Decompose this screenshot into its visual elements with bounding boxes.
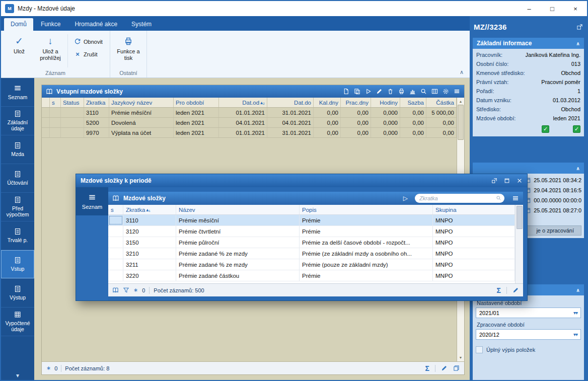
- ribbon-group-zaznam: ✓ Ulož ↓ Ulož a prohlížej: [1, 31, 110, 78]
- sidebar-item-trvale-p[interactable]: Trvalé p.: [1, 221, 34, 250]
- ribbon-group-ostatni: Funkce a tisk Ostatní: [110, 31, 147, 78]
- scroll-up-icon[interactable]: ▲: [458, 98, 464, 105]
- float-window-icon[interactable]: [491, 178, 497, 184]
- col-prac-dny[interactable]: Prac.dny: [341, 98, 371, 107]
- col-selector[interactable]: [42, 98, 50, 107]
- panel-status-bar: ∗ 0 Počet záznamů: 8 Σ: [42, 361, 464, 374]
- play-icon[interactable]: ▷: [403, 195, 408, 202]
- save-and-browse-button[interactable]: ↓ Ulož a prohlížej: [35, 32, 65, 69]
- sidebar-item-mzda[interactable]: Mzda: [1, 135, 34, 164]
- sidebar-more-icon[interactable]: ▾: [1, 371, 34, 380]
- cancel-button[interactable]: × Zrušit: [74, 50, 103, 58]
- filter-icon[interactable]: [123, 287, 129, 293]
- basic-info-header[interactable]: Základní informace ∧: [473, 38, 584, 49]
- sidebar-item-uctovani[interactable]: Účtování: [1, 164, 34, 193]
- dialog-table-header: s Zkratka ▴₁ Název Popis Skupina: [108, 205, 515, 215]
- sidebar-item-pred-vypoctem[interactable]: Před výpočtem: [1, 193, 34, 221]
- scroll-down-icon[interactable]: ▼: [458, 354, 464, 361]
- print-icon[interactable]: [398, 88, 405, 95]
- sum-icon[interactable]: Σ: [497, 286, 501, 294]
- copy-record-icon[interactable]: [354, 88, 360, 95]
- search-icon[interactable]: [496, 195, 501, 201]
- sidebar-item-vypoctene-udaje[interactable]: Vypočtené údaje: [1, 308, 34, 336]
- ribbon-collapse-icon[interactable]: ∧: [460, 69, 464, 75]
- chart-icon[interactable]: [409, 88, 416, 95]
- dialog-title: Mzdové složky k periodě: [81, 177, 152, 184]
- dialog-table-row[interactable]: 3150 Prémie půlroční Prémie za delší čas…: [108, 237, 515, 248]
- refresh-button[interactable]: Obnovit: [74, 38, 103, 45]
- scrollbar-thumb[interactable]: [517, 206, 523, 229]
- col-castka[interactable]: Částka: [426, 98, 457, 107]
- scrollbar-thumb[interactable]: [458, 105, 464, 140]
- sidebar-item-zakladni-udaje[interactable]: Základní údaje: [1, 107, 34, 135]
- save-button[interactable]: ✓ Ulož: [4, 32, 34, 69]
- col-dat-od[interactable]: Dat.od ▴₂: [219, 98, 267, 107]
- col-kal-dny[interactable]: Kal.dny: [314, 98, 341, 107]
- col-skupina[interactable]: Skupina: [433, 205, 515, 214]
- table-row[interactable]: 5200 Dovolená leden 2021 04.01.2021 04.0…: [42, 118, 457, 128]
- set-period-select[interactable]: 2021/01 ▾▾: [476, 308, 581, 318]
- search-input[interactable]: [415, 194, 504, 203]
- col-s[interactable]: s: [50, 98, 61, 107]
- tab-domu[interactable]: Domů: [4, 18, 33, 31]
- book-icon[interactable]: [112, 287, 119, 293]
- status-checkbox[interactable]: ✓: [542, 125, 549, 133]
- search-box: [415, 194, 504, 203]
- col-popis[interactable]: Popis: [300, 205, 433, 214]
- sum-icon[interactable]: Σ: [425, 364, 429, 372]
- dialog-sidebar-item-seznam[interactable]: Seznam: [76, 187, 108, 215]
- open-external-icon[interactable]: [576, 24, 583, 30]
- dialog-table-row[interactable]: 3211 Prémie zadané % ze mzdy Prémie (pou…: [108, 259, 515, 270]
- menu-icon[interactable]: [454, 88, 460, 95]
- col-zkratka[interactable]: Zkratka ▴₁: [123, 205, 176, 214]
- tab-system[interactable]: Systém: [125, 18, 158, 31]
- close-button[interactable]: ×: [564, 1, 587, 16]
- table-row[interactable]: 9970 Výplata na účet leden 2021 01.01.20…: [42, 128, 457, 138]
- sidebar-item-vystup[interactable]: Výstup: [1, 279, 34, 308]
- close-icon[interactable]: [517, 178, 523, 184]
- edit-pencil-icon[interactable]: [512, 287, 519, 293]
- maximize-button[interactable]: □: [541, 1, 564, 16]
- col-nazev[interactable]: Název: [176, 205, 300, 214]
- tab-hromadne-akce[interactable]: Hromadné akce: [68, 18, 124, 31]
- dialog-table-row[interactable]: 3210 Prémie zadané % ze mzdy Prémie (ze …: [108, 248, 515, 259]
- refresh-icon: [74, 38, 81, 45]
- col-dat-do[interactable]: Dat.do: [267, 98, 314, 107]
- sidebar-item-seznam[interactable]: Seznam: [1, 78, 34, 107]
- save-label: Ulož: [14, 48, 25, 55]
- edit-icon[interactable]: [376, 88, 383, 95]
- col-status[interactable]: Status: [61, 98, 84, 107]
- functions-print-button[interactable]: Funkce a tisk: [113, 32, 143, 69]
- dialog-table-row-selected[interactable]: 3110 Prémie měsíční Prémie MNPO: [108, 215, 515, 226]
- search-icon[interactable]: [420, 88, 427, 95]
- columns-icon[interactable]: [431, 88, 438, 95]
- dialog-table-row[interactable]: 3120 Prémie čtvrtletní Prémie MNPO: [108, 226, 515, 237]
- basic-info-section: Základní informace ∧ Pracovník:Janíková …: [473, 38, 584, 136]
- col-s[interactable]: s: [108, 205, 123, 214]
- col-pro-obdobi[interactable]: Pro období: [174, 98, 219, 107]
- new-record-icon[interactable]: [343, 88, 349, 95]
- run-icon[interactable]: [365, 88, 372, 95]
- settings-gear-icon[interactable]: [443, 88, 449, 95]
- edit-pencil-icon[interactable]: [441, 365, 448, 371]
- col-sazba[interactable]: Sazba: [400, 98, 426, 107]
- processing-section-header[interactable]: ∧: [473, 163, 584, 174]
- col-zkratka[interactable]: Zkratka: [84, 98, 109, 107]
- full-listing-label: Úplný výpis položek: [486, 347, 535, 353]
- table-row[interactable]: 3110 Prémie měsíční leden 2021 01.01.202…: [42, 108, 457, 118]
- status-checkbox[interactable]: ✓: [573, 125, 580, 133]
- record-count: Počet záznamů: 8: [65, 365, 109, 371]
- sidebar-item-vstup[interactable]: Vstup: [1, 250, 34, 279]
- full-listing-checkbox[interactable]: [476, 346, 483, 353]
- maximize-icon[interactable]: [504, 178, 510, 184]
- delete-icon[interactable]: [387, 88, 394, 95]
- processed-period-select[interactable]: 2020/12 ▾▾: [476, 329, 581, 340]
- col-jazykovy-nazev[interactable]: Jazykový název: [109, 98, 174, 107]
- minimize-button[interactable]: –: [518, 1, 541, 16]
- stack-icon[interactable]: [453, 365, 460, 371]
- tab-funkce[interactable]: Funkce: [34, 18, 67, 31]
- dialog-vertical-scrollbar[interactable]: [515, 205, 523, 283]
- dialog-table-row[interactable]: 3220 Prémie zadané částkou Prémie MNPO: [108, 270, 515, 281]
- col-hodiny[interactable]: Hodiny: [371, 98, 400, 107]
- menu-icon[interactable]: [512, 195, 519, 202]
